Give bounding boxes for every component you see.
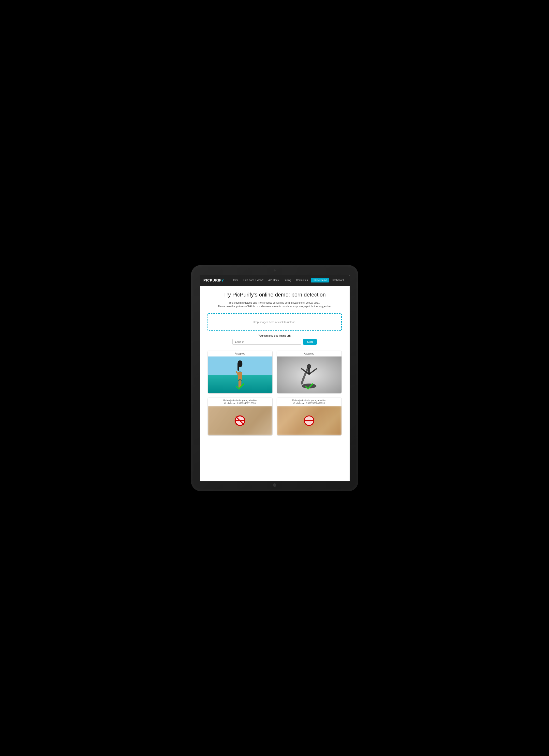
result-image-bikini [208, 356, 272, 393]
url-row: Start [208, 339, 342, 345]
result-reject-criteria-2: Main reject criteria: porn_detection Con… [290, 398, 328, 406]
upload-zone-text: Drop images here or click to upload. [253, 321, 296, 324]
nav-home[interactable]: Home [230, 278, 240, 282]
result-card-rejected-1: Main reject criteria: porn_detection Con… [208, 398, 273, 436]
result-image-acrobat [277, 356, 341, 393]
result-image-rejected-1 [208, 406, 272, 435]
navbar: PICPURIFY Home How does it work? API Doc… [200, 275, 350, 286]
url-input[interactable] [232, 339, 301, 345]
main-content: Try PicPurify's online demo: porn detect… [200, 286, 350, 481]
tablet-screen: PICPURIFY Home How does it work? API Doc… [200, 275, 350, 481]
brand-accent: Y [222, 278, 224, 282]
reject-icon-1 [235, 415, 245, 426]
result-reject-criteria-1: Main reject criteria: porn_detection Con… [221, 398, 259, 406]
result-status-accepted-2: Accepted [302, 351, 316, 356]
result-image-rejected-2 [277, 406, 341, 435]
result-status-accepted-1: Accepted [233, 351, 247, 356]
nav-contact[interactable]: Contact us [294, 278, 310, 282]
nav-api-docs[interactable]: API Docs [267, 278, 281, 282]
nav-pricing[interactable]: Pricing [282, 278, 293, 282]
svg-line-12 [309, 369, 316, 374]
nav-links: Home How does it work? API Docs Pricing … [230, 278, 346, 282]
svg-rect-1 [237, 363, 239, 371]
page-title: Try PicPurify's online demo: porn detect… [208, 292, 342, 298]
upload-dropzone[interactable]: Drop images here or click to upload. [208, 313, 342, 331]
tablet-home-button[interactable] [273, 483, 276, 487]
checkmark-icon-2 [305, 382, 313, 391]
result-card-accepted-2: Accepted [277, 351, 342, 394]
checkmark-icon-1 [236, 382, 244, 391]
nav-how-it-works[interactable]: How does it work? [241, 278, 266, 282]
nav-dashboard[interactable]: Dashboard [330, 278, 346, 282]
result-card-accepted-1: Accepted [208, 351, 273, 394]
url-section: You can also use image url: Start [208, 334, 342, 345]
page-subtitle: The algorithm detects and filters images… [208, 301, 342, 308]
tablet-camera [274, 269, 276, 271]
brand-logo[interactable]: PICPURIFY [204, 278, 224, 282]
reject-icon-2 [304, 415, 314, 426]
svg-point-4 [238, 379, 242, 381]
result-card-rejected-2: Main reject criteria: porn_detection Con… [277, 398, 342, 436]
tablet-device: PICPURIFY Home How does it work? API Doc… [191, 265, 358, 491]
url-label: You can also use image url: [258, 334, 291, 337]
nav-online-demo[interactable]: Online Demo [311, 278, 329, 282]
results-grid: Accepted [208, 351, 342, 436]
start-button[interactable]: Start [303, 339, 317, 345]
